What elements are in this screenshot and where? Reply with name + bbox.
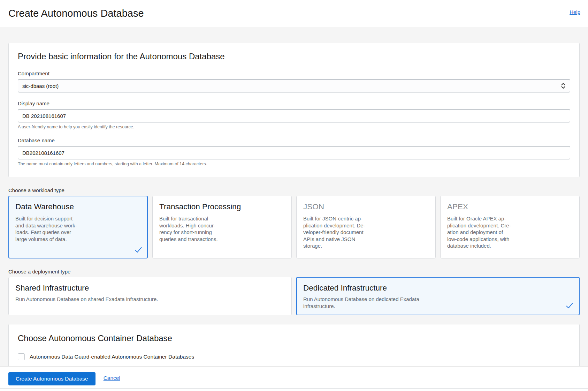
deployment-tile-title: Dedicated Infrastructure <box>303 283 573 293</box>
create-database-button[interactable]: Create Autonomous Database <box>8 372 96 385</box>
workload-tile-description: Built for JSON-centric ap- plication dev… <box>303 215 429 249</box>
page-title: Create Autonomous Database <box>8 8 144 19</box>
database-name-input[interactable] <box>18 146 570 159</box>
data-guard-checkbox-row[interactable]: Autonomous Data Guard-enabled Autonomous… <box>18 353 570 360</box>
workload-type-label: Choose a workload type <box>8 187 580 193</box>
deployment-type-group: Shared Infrastructure Run Autonomous Dat… <box>8 277 580 315</box>
main-content: Provide basic information for the Autono… <box>0 43 588 390</box>
deployment-tile-title: Shared Infrastructure <box>15 283 285 293</box>
deployment-tile-dedicated[interactable]: Dedicated Infrastructure Run Autonomous … <box>296 277 580 315</box>
page-header: Create Autonomous Database Help <box>0 0 588 27</box>
action-footer: Create Autonomous Database Cancel <box>0 366 588 391</box>
workload-tile-title: APEX <box>447 202 573 211</box>
deployment-tile-description: Run Autonomous Database on dedicated Exa… <box>303 296 573 309</box>
deployment-type-label: Choose a deployment type <box>8 269 580 275</box>
deployment-tile-description: Run Autonomous Database on shared Exadat… <box>15 296 285 303</box>
cancel-link[interactable]: Cancel <box>104 375 120 381</box>
workload-tile-json[interactable]: JSON Built for JSON-centric ap- plicatio… <box>296 196 436 258</box>
basic-info-card: Provide basic information for the Autono… <box>8 43 580 177</box>
workload-tile-title: Transaction Processing <box>159 202 285 211</box>
select-updown-icon <box>561 82 566 89</box>
display-name-hint: A user-friendly name to help you easily … <box>18 125 570 129</box>
workload-tile-description: Built for transactional workloads. High … <box>159 215 285 242</box>
database-name-hint: The name must contain only letters and n… <box>18 161 570 166</box>
selected-check-icon <box>134 246 143 254</box>
selected-check-icon <box>565 301 574 310</box>
basic-info-heading: Provide basic information for the Autono… <box>18 52 570 61</box>
workload-tile-description: Built for decision support and data ware… <box>15 215 141 242</box>
workload-tile-title: Data Warehouse <box>15 202 141 211</box>
workload-tile-description: Built for Oracle APEX ap- plication deve… <box>447 215 573 249</box>
display-name-input[interactable] <box>18 109 570 122</box>
compartment-select[interactable]: sic-dbaas (root) <box>18 79 570 92</box>
help-link[interactable]: Help <box>570 9 580 15</box>
workload-type-group: Data Warehouse Built for decision suppor… <box>8 196 580 258</box>
database-name-label: Database name <box>18 137 570 143</box>
container-database-heading: Choose Autonomous Container Database <box>18 333 570 343</box>
workload-tile-transaction-processing[interactable]: Transaction Processing Built for transac… <box>152 196 292 258</box>
workload-tile-apex[interactable]: APEX Built for Oracle APEX ap- plication… <box>440 196 580 258</box>
display-name-label: Display name <box>18 100 570 106</box>
compartment-select-value: sic-dbaas (root) <box>22 83 59 89</box>
workload-tile-title: JSON <box>303 202 429 211</box>
data-guard-checkbox[interactable] <box>18 353 25 360</box>
deployment-tile-shared[interactable]: Shared Infrastructure Run Autonomous Dat… <box>8 277 292 315</box>
compartment-label: Compartment <box>18 70 570 76</box>
workload-tile-data-warehouse[interactable]: Data Warehouse Built for decision suppor… <box>8 196 148 258</box>
data-guard-checkbox-label: Autonomous Data Guard-enabled Autonomous… <box>30 354 194 360</box>
